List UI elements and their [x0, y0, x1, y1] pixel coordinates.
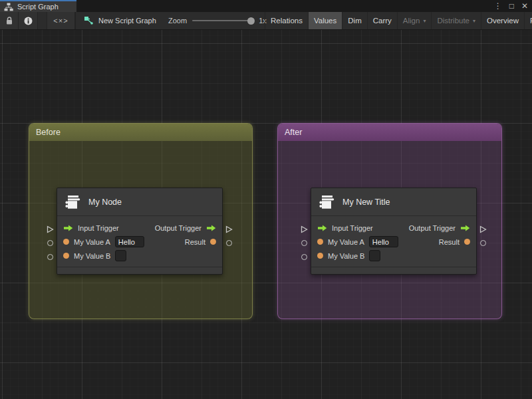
zoom-slider[interactable] — [192, 20, 253, 21]
external-value-b-icon[interactable] — [301, 254, 307, 260]
external-output-trigger-icon[interactable] — [479, 225, 487, 233]
value-b-input[interactable] — [369, 250, 380, 261]
graph-asset-name: New Script Graph — [98, 17, 156, 25]
code-preview-button[interactable]: <×> — [47, 12, 75, 29]
value-a-port-icon[interactable] — [317, 239, 323, 245]
external-input-trigger-icon[interactable] — [301, 225, 308, 233]
value-b-port-icon[interactable] — [317, 253, 323, 259]
value-b-port-icon[interactable] — [63, 253, 69, 259]
carry-button[interactable]: Carry — [367, 12, 397, 29]
external-value-a-icon[interactable] — [47, 240, 53, 246]
external-result-icon[interactable] — [226, 240, 232, 246]
node-header[interactable]: My New Title — [311, 188, 476, 216]
value-b-port-row: My Value B — [57, 249, 222, 263]
value-a-input[interactable] — [369, 236, 398, 247]
output-trigger-port-icon[interactable] — [460, 225, 470, 231]
result-port-icon[interactable] — [210, 239, 216, 245]
dim-button[interactable]: Dim — [342, 12, 366, 29]
value-b-port-row: My Value B — [311, 249, 476, 263]
node-title: My New Title — [342, 198, 390, 207]
info-button[interactable] — [19, 12, 38, 29]
lock-button[interactable] — [0, 12, 19, 29]
value-a-input[interactable] — [115, 236, 144, 247]
zoom-slider-handle[interactable] — [247, 17, 255, 25]
tab-title: Script Graph — [17, 3, 59, 11]
external-value-a-icon[interactable] — [301, 240, 307, 246]
external-input-trigger-icon[interactable] — [47, 225, 54, 233]
script-graph-window: Script Graph ⋮ □ ✕ — [0, 0, 532, 399]
input-trigger-port-icon[interactable] — [317, 225, 327, 231]
window-close-icon[interactable]: ✕ — [521, 0, 528, 12]
toolbar-divider — [75, 12, 76, 29]
group-after-title: After — [285, 128, 302, 137]
toolbar-toggle-buttons: Relations Values Dim Carry Align ▾ Distr… — [265, 12, 532, 29]
node-header[interactable]: My Node — [57, 188, 222, 216]
group-after-header[interactable]: After — [278, 124, 501, 141]
window-maximize-icon[interactable]: □ — [509, 0, 514, 12]
result-port-icon[interactable] — [464, 239, 470, 245]
group-before-title: Before — [36, 128, 61, 137]
script-graph-asset-icon — [84, 16, 94, 25]
relations-button[interactable]: Relations — [265, 12, 308, 29]
graph-asset-breadcrumb[interactable]: New Script Graph — [84, 12, 156, 29]
external-result-icon[interactable] — [480, 240, 486, 246]
node-my-node[interactable]: My Node Input Trigger Output Trigger — [57, 188, 223, 275]
tab-bar: Script Graph ⋮ □ ✕ — [0, 0, 532, 12]
external-value-b-icon[interactable] — [47, 254, 53, 260]
group-before-header[interactable]: Before — [29, 124, 252, 141]
input-trigger-port-icon[interactable] — [63, 225, 73, 231]
node-my-new-title[interactable]: My New Title Input Trigger Output Trigge… — [311, 188, 477, 275]
value-b-input[interactable] — [115, 250, 126, 261]
output-trigger-port-icon[interactable] — [206, 225, 216, 231]
lock-icon — [5, 17, 13, 25]
window-menu-icon[interactable]: ⋮ — [494, 0, 502, 12]
trigger-port-row: Input Trigger Output Trigger — [57, 221, 222, 235]
graph-canvas[interactable]: Before After — [0, 30, 532, 399]
overview-button[interactable]: Overview — [481, 12, 524, 29]
zoom-label: Zoom — [168, 17, 187, 25]
full-screen-button[interactable]: Full Screen — [524, 12, 532, 29]
unit-icon — [317, 193, 336, 211]
info-icon — [24, 17, 33, 25]
node-footer — [311, 267, 476, 274]
external-output-trigger-icon[interactable] — [225, 225, 233, 233]
graph-tree-icon — [4, 3, 13, 11]
tab-script-graph[interactable]: Script Graph — [0, 0, 76, 12]
unit-icon — [63, 193, 82, 211]
caret-down-icon: ▾ — [473, 19, 475, 24]
caret-down-icon: ▾ — [423, 19, 426, 24]
value-a-port-icon[interactable] — [63, 239, 69, 245]
value-a-port-row: My Value A Result — [311, 235, 476, 249]
values-button[interactable]: Values — [308, 12, 342, 29]
trigger-port-row: Input Trigger Output Trigger — [311, 221, 476, 235]
align-dropdown[interactable]: Align ▾ — [397, 12, 432, 29]
graph-toolbar: <×> New Script Graph Zoom 1x Relations V… — [0, 12, 532, 30]
value-a-port-row: My Value A Result — [57, 235, 222, 249]
distribute-dropdown[interactable]: Distribute ▾ — [431, 12, 481, 29]
node-footer — [57, 267, 222, 274]
code-icon: <×> — [53, 17, 68, 25]
node-title: My Node — [88, 198, 122, 207]
